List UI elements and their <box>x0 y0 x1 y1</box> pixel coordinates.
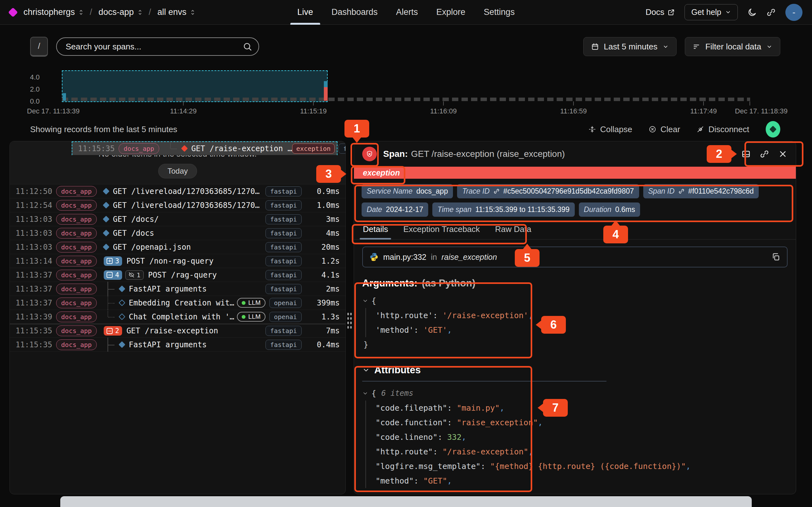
y-tick: 0.0 <box>13 97 40 106</box>
scope-pill[interactable]: openai <box>269 312 302 322</box>
breadcrumb-org[interactable]: christophergs <box>23 7 75 17</box>
service-pill[interactable]: docs_app <box>56 312 97 322</box>
service-pill[interactable]: docs_app <box>56 214 97 225</box>
service-pill[interactable]: docs_app <box>56 256 97 267</box>
scope-pill[interactable]: fastapi <box>265 284 302 294</box>
scope-pill[interactable]: fastapi <box>265 340 302 350</box>
scope-pill[interactable]: fastapi <box>265 186 302 196</box>
search-icon <box>243 42 252 51</box>
eye-off-icon <box>129 272 135 278</box>
span-row[interactable]: 11:13:37 docs_app FastAPI arguments fast… <box>10 282 345 296</box>
scope-pill[interactable]: fastapi <box>265 256 302 266</box>
chevron-down-icon <box>663 44 669 50</box>
panel-resize-handle[interactable] <box>347 312 352 330</box>
project-switcher-icon[interactable] <box>138 9 142 16</box>
span-diamond-hollow-icon <box>119 299 125 306</box>
span-row[interactable]: 11:13:03 docs_app GET /openapi.json fast… <box>10 240 345 254</box>
span-row[interactable]: 11:13:03 docs_app GET /docs/ fastapi 3ms <box>10 212 345 226</box>
collapse-icon <box>107 272 113 278</box>
breadcrumb-project[interactable]: docs-app <box>99 7 134 17</box>
tab-settings[interactable]: Settings <box>484 0 515 25</box>
moon-icon <box>747 8 757 17</box>
detail-title: Span:GET /raise-exception (raise_excepti… <box>383 149 565 159</box>
source-location-bar: main.py:332 in raise_exception <box>362 246 788 268</box>
source-file[interactable]: main.py:332 <box>383 252 426 262</box>
breadcrumb-env[interactable]: all envs <box>157 7 187 17</box>
llm-tag-pill[interactable]: LLM <box>237 312 265 322</box>
scope-pill[interactable]: openai <box>269 298 302 308</box>
annotation-box-2 <box>745 141 803 167</box>
span-row[interactable]: 11:15:35 docs_app FastAPI arguments fast… <box>10 338 345 352</box>
scope-pill[interactable]: fastapi <box>265 242 302 252</box>
main-nav: Live Dashboards Alerts Explore Settings <box>297 0 514 25</box>
llm-tag-pill[interactable]: LLM <box>237 298 265 308</box>
child-count: 3 <box>115 257 119 265</box>
scope-pill[interactable]: fastapi <box>265 270 302 280</box>
service-pill[interactable]: docs_app <box>56 326 97 336</box>
copy-button[interactable] <box>771 252 780 262</box>
service-pill[interactable]: docs_app <box>56 200 97 211</box>
span-row[interactable]: 11:12:50 docs_app GET /livereload/127036… <box>10 184 345 199</box>
dark-mode-toggle[interactable] <box>747 8 757 17</box>
span-row-selected[interactable]: 11:15:35 docs_app GET /raise-exception …… <box>72 141 338 155</box>
clear-button[interactable]: Clear <box>649 124 680 134</box>
expand-children-badge[interactable]: 3 <box>104 257 122 266</box>
today-button[interactable]: Today <box>158 164 197 178</box>
service-pill[interactable]: docs_app <box>56 339 97 350</box>
tab-live[interactable]: Live <box>297 0 313 25</box>
span-row[interactable]: 11:15:35 docs_app 2 GET /raise-exception… <box>10 324 345 338</box>
tab-alerts[interactable]: Alerts <box>396 0 418 25</box>
slash-shortcut-key[interactable]: / <box>30 37 48 57</box>
scope-pill[interactable]: fastapi <box>265 214 302 224</box>
service-pill[interactable]: docs_app <box>56 242 97 252</box>
scope-pill[interactable]: fastapi <box>265 200 302 210</box>
get-help-button[interactable]: Get help <box>684 4 738 20</box>
span-row[interactable]: 11:13:03 docs_app GET /docs fastapi 4ms <box>10 226 345 240</box>
service-pill[interactable]: docs_app <box>56 284 97 294</box>
service-pill[interactable]: docs_app <box>56 228 97 239</box>
span-time: 11:13:37 <box>15 298 53 307</box>
disconnect-button[interactable]: Disconnect <box>697 124 749 134</box>
span-time: 11:15:35 <box>15 340 53 349</box>
x-axis-label: 11:16:59 <box>560 107 587 115</box>
span-row[interactable]: 11:12:54 docs_app GET /livereload/127036… <box>10 199 345 212</box>
llm-status-dot <box>242 315 246 319</box>
tab-dashboards[interactable]: Dashboards <box>332 0 378 25</box>
service-pill[interactable]: docs_app <box>56 186 97 197</box>
collapse-children-badge[interactable]: 4 <box>104 270 122 280</box>
scope-pill[interactable]: fastapi <box>265 228 302 238</box>
search-toolbar: / Last 5 minutes Filter local data <box>30 38 780 56</box>
tab-explore[interactable]: Explore <box>437 0 466 25</box>
chart-selection-window[interactable] <box>62 70 328 102</box>
exception-pill[interactable]: exception <box>292 144 335 154</box>
span-diamond-icon <box>103 216 109 222</box>
span-row[interactable]: 11:13:37 docs_app 4 1 POST /rag-query fa… <box>10 268 345 282</box>
scope-pill[interactable]: fastapi <box>339 144 346 154</box>
live-connection-indicator[interactable] <box>766 121 780 137</box>
span-duration: 7ms <box>307 326 340 335</box>
collapse-children-badge-error[interactable]: 2 <box>104 326 122 336</box>
docs-link[interactable]: Docs <box>646 7 675 17</box>
logfire-logo-icon[interactable] <box>8 7 18 17</box>
filter-label: Filter local data <box>705 42 761 52</box>
scope-pill[interactable]: fastapi <box>265 326 302 336</box>
share-link-button[interactable] <box>766 8 776 17</box>
org-switcher-icon[interactable] <box>79 9 84 16</box>
service-pill[interactable]: docs_app <box>56 270 97 280</box>
service-pill[interactable]: docs_app <box>119 143 159 154</box>
span-row[interactable]: 11:13:39 docs_app Chat Completion with '… <box>10 310 345 324</box>
span-row[interactable]: 11:13:37 docs_app Embedding Creation wit… <box>10 296 345 310</box>
x-axis-label: Dec 17. 11:18:39 <box>735 107 788 115</box>
filter-local-data-button[interactable]: Filter local data <box>685 37 780 56</box>
collapse-button[interactable]: Collapse <box>589 124 632 134</box>
chart-bar-spans <box>324 81 328 87</box>
env-switcher-icon[interactable] <box>190 9 195 16</box>
service-pill[interactable]: docs_app <box>56 297 97 308</box>
time-range-button[interactable]: Last 5 minutes <box>583 37 676 56</box>
timeline-chart[interactable]: 4.0 2.0 0.0 Dec 17. 11:13:39 11:14:29 11… <box>0 70 812 121</box>
user-avatar[interactable]: - <box>785 4 803 21</box>
hidden-spans-pill[interactable]: 1 <box>125 270 144 280</box>
chevron-down-icon <box>766 44 772 50</box>
span-row[interactable]: 11:13:14 docs_app 3 POST /non-rag-query … <box>10 254 345 268</box>
search-input[interactable] <box>56 38 259 56</box>
